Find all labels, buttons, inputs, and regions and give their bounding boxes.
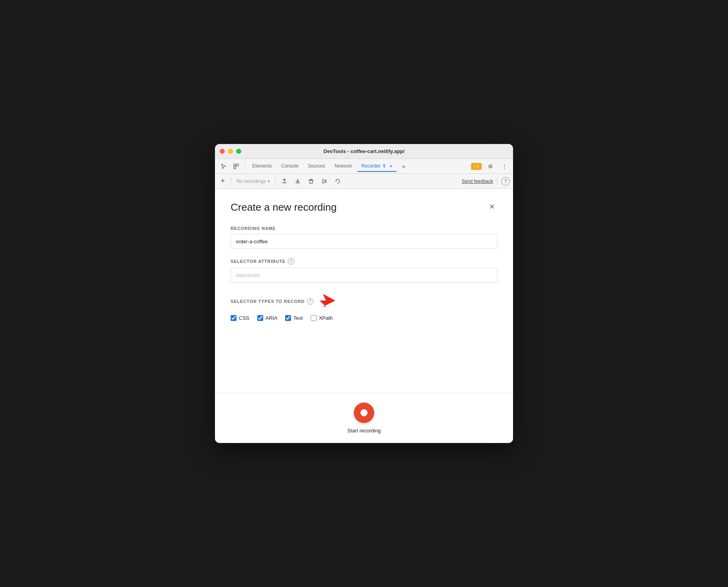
upload-btn[interactable] [279, 176, 290, 187]
checkboxes-row: CSS ARIA Text XPath [231, 315, 497, 321]
svg-rect-1 [237, 164, 238, 166]
download-icon [295, 179, 300, 184]
start-recording-label: Start recording [347, 428, 380, 434]
selector-types-group: SELECTOR TYPES TO RECORD ? CSS ARIA [231, 292, 497, 321]
svg-marker-5 [320, 294, 335, 307]
add-recording-btn[interactable]: + [218, 177, 228, 186]
traffic-lights [220, 149, 241, 154]
rec-sep-2 [275, 177, 276, 185]
rec-sep-3 [497, 177, 497, 185]
dialog-header: Create a new recording ✕ [231, 201, 497, 213]
record-button-inner [360, 409, 368, 416]
devtools-window: DevTools - coffee-cart.netlify.app/ Elem… [215, 144, 513, 443]
cursor-icon-btn[interactable] [218, 161, 229, 172]
xpath-checkbox[interactable] [311, 315, 317, 321]
rec-sep-1 [231, 177, 231, 185]
dialog-title: Create a new recording [231, 201, 337, 213]
settings-btn[interactable]: ⚙ [485, 161, 496, 172]
titlebar: DevTools - coffee-cart.netlify.app/ [215, 144, 513, 159]
cursor-icon [220, 163, 227, 170]
recording-name-group: RECORDING NAME [231, 226, 497, 249]
text-checkbox[interactable] [285, 315, 291, 321]
play-btn[interactable] [319, 176, 330, 187]
bottom-section: Start recording [215, 393, 513, 443]
close-dialog-btn[interactable]: ✕ [486, 201, 497, 212]
ellipsis-icon: ⋮ [502, 163, 507, 170]
recordings-dropdown[interactable]: No recordings ▾ [234, 177, 272, 186]
download-btn[interactable] [292, 176, 303, 187]
window-title: DevTools - coffee-cart.netlify.app/ [324, 148, 405, 154]
svg-rect-3 [309, 180, 313, 183]
gear-icon: ⚙ [488, 163, 493, 170]
toolbar-right: ! 1 ⚙ ⋮ [471, 161, 510, 172]
fullscreen-traffic-light[interactable] [236, 149, 241, 154]
help-btn[interactable]: ? [501, 177, 510, 186]
tab-console[interactable]: Console [277, 161, 302, 172]
aria-checkbox[interactable] [257, 315, 263, 321]
issues-badge-btn[interactable]: ! 1 [471, 163, 482, 170]
recorder-toolbar: + No recordings ▾ [215, 174, 513, 189]
no-recordings-label: No recordings [237, 179, 266, 184]
selector-attribute-input[interactable] [231, 268, 497, 283]
upload-icon [282, 179, 287, 184]
main-content: Create a new recording ✕ RECORDING NAME … [215, 189, 513, 393]
more-tabs-btn[interactable]: » [398, 161, 409, 172]
step-replay-btn[interactable] [332, 176, 343, 187]
devtools-tab-bar: Elements Console Sources Network Recorde… [215, 159, 513, 174]
step-replay-icon [335, 179, 340, 184]
send-feedback-link[interactable]: Send feedback [462, 179, 493, 184]
exclamation-icon: ! [474, 164, 475, 169]
toolbar-sep-1 [245, 162, 245, 170]
recording-name-label: RECORDING NAME [231, 226, 497, 231]
play-icon [322, 179, 327, 184]
checkbox-text[interactable]: Text [285, 315, 303, 321]
tab-network[interactable]: Network [331, 161, 356, 172]
close-traffic-light[interactable] [220, 149, 225, 154]
recording-name-input[interactable] [231, 234, 497, 249]
checkbox-css[interactable]: CSS [231, 315, 249, 321]
svg-rect-0 [234, 164, 236, 166]
tab-sources[interactable]: Sources [304, 161, 329, 172]
inspect-icon-btn[interactable] [231, 161, 242, 172]
css-checkbox[interactable] [231, 315, 237, 321]
inspect-icon [233, 163, 239, 170]
checkbox-aria[interactable]: ARIA [257, 315, 277, 321]
selector-attribute-group: SELECTOR ATTRIBUTE ? [231, 258, 497, 283]
selector-attribute-label: SELECTOR ATTRIBUTE ? [231, 258, 497, 264]
start-recording-btn[interactable] [354, 403, 374, 423]
recorder-tab-close[interactable]: ✕ [389, 164, 393, 168]
selector-types-help-btn[interactable]: ? [307, 298, 313, 304]
recorder-toolbar-right: Send feedback ? [462, 177, 510, 186]
svg-rect-2 [234, 167, 236, 169]
more-options-btn[interactable]: ⋮ [499, 161, 510, 172]
selector-types-label: SELECTOR TYPES TO RECORD ? [231, 292, 497, 310]
dropdown-chevron-icon: ▾ [268, 179, 270, 184]
delete-btn[interactable] [306, 176, 317, 187]
red-arrow-annotation [316, 292, 339, 310]
tab-elements[interactable]: Elements [248, 161, 276, 172]
minimize-traffic-light[interactable] [228, 149, 233, 154]
selector-attribute-help-btn[interactable]: ? [288, 258, 294, 264]
trash-icon [308, 179, 314, 184]
tab-recorder[interactable]: Recorder 🎙 ✕ [357, 161, 397, 172]
checkbox-xpath[interactable]: XPath [311, 315, 333, 321]
